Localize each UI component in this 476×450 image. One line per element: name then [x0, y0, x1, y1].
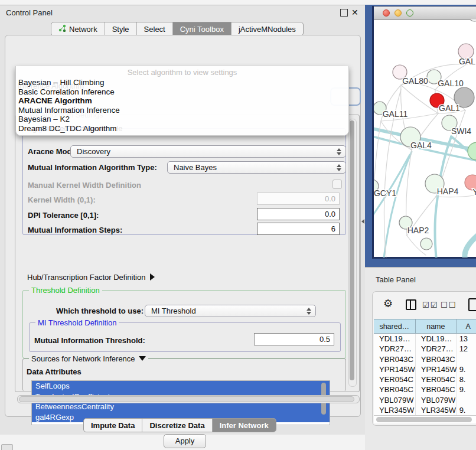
network-canvas[interactable]: GALGAL80GAL10GAL1GAL11SWI4GAL4GCY1HAP4YH…	[374, 19, 476, 257]
table-row[interactable]: YBR045CYBR045C9.	[374, 384, 476, 394]
select-all-icon[interactable]: ☑☑	[422, 301, 438, 309]
attribute-item[interactable]: SelfLoops	[32, 381, 330, 392]
node-table: shared…nameA YDL19…YDL19…13YDR27…YDR27…1…	[374, 319, 476, 417]
algorithm-option[interactable]: ARACNE Algorithm	[16, 96, 348, 106]
column-header[interactable]: name	[416, 319, 457, 333]
zoom-light-icon[interactable]	[406, 9, 413, 17]
table-cell: YDL19…	[374, 334, 416, 344]
node-label: GAL11	[383, 109, 408, 119]
node-label: GAL10	[438, 79, 464, 88]
node-label: GAL1	[439, 103, 460, 113]
table-cell: YPR145W	[416, 364, 457, 374]
table-row[interactable]: YLR345WYLR345W9.	[374, 405, 476, 415]
table-cell: 9.	[457, 384, 476, 394]
table-row[interactable]: YBL079WYBL079W	[374, 395, 476, 405]
table-cell: YER054C	[374, 374, 416, 384]
algorithm-option[interactable]: Basic Correlation Inference	[16, 87, 348, 97]
cyni-bottom-tabs: Impute DataDiscretize DataInfer Network	[83, 418, 276, 432]
table-row[interactable]: YPR145WYPR145W9.	[374, 364, 476, 374]
node-label: HAP4	[437, 187, 459, 196]
dpi-tolerance-input[interactable]: 0.0	[257, 208, 340, 220]
node-label: GAL	[459, 57, 475, 66]
network-node[interactable]	[420, 238, 432, 250]
algorithm-option[interactable]: Dream8 DC_TDC Algorithm	[16, 124, 348, 133]
algorithm-option[interactable]: Bayesian – Hill Climbing	[16, 78, 348, 87]
apply-button[interactable]: Apply	[164, 434, 206, 448]
network-edge	[465, 233, 476, 257]
manual-kernel-width-label: Manual Kernel Width Definition	[28, 181, 141, 190]
tab-select[interactable]: Select	[136, 22, 172, 35]
table-row[interactable]: YDR27…YDR27…12	[374, 344, 476, 354]
node-label: Y	[472, 187, 476, 197]
table-row[interactable]: YER054CYER054C8.	[374, 374, 476, 384]
mi-threshold-label: Mutual Information Threshold:	[34, 336, 145, 345]
tab-network[interactable]: Network	[51, 22, 105, 35]
tab-discretize-data[interactable]: Discretize Data	[142, 419, 211, 432]
corner-widget-icon[interactable]	[1, 444, 13, 450]
tab-label: Style	[112, 25, 129, 34]
table-cell: YER054C	[416, 374, 457, 384]
table-panel-body: ⚙ ☑☑ ☐☐ shared…nameA YDL19…YDL19…13YDR27…	[372, 291, 476, 426]
algorithm-option[interactable]: Bayesian – K2	[16, 115, 348, 124]
table-cell: YBR045C	[374, 384, 416, 394]
kernel-width-input: 0.0	[257, 193, 340, 205]
table-panel: Table Panel ⚙ ☑☑ ☐☐ shared…nameA YDL19…Y…	[365, 267, 476, 450]
tab-cyni-toolbox[interactable]: Cyni Toolbox	[172, 22, 231, 35]
document-icon[interactable]	[468, 298, 476, 311]
which-threshold-select[interactable]: MI Threshold	[145, 305, 316, 317]
table-panel-title: Table Panel	[376, 275, 416, 284]
close-light-icon[interactable]	[383, 9, 390, 17]
table-cell: 8.	[457, 374, 476, 384]
which-threshold-value: MI Threshold	[151, 306, 196, 315]
table-header-row: shared…nameA	[374, 319, 476, 334]
node-label: SWI4	[451, 126, 471, 136]
node-label: GAL4	[410, 141, 432, 150]
split-view-icon[interactable]	[406, 299, 416, 310]
tab-label: Cyni Toolbox	[180, 25, 224, 34]
tab-style[interactable]: Style	[105, 22, 136, 35]
network-edge	[383, 152, 412, 257]
mi-steps-input[interactable]: 6	[257, 223, 340, 235]
node-label: GAL80	[402, 76, 428, 86]
network-window-titlebar[interactable]	[374, 6, 476, 20]
gear-icon[interactable]: ⚙	[383, 297, 393, 309]
sources-group-title[interactable]: Sources for Network Inference	[29, 354, 148, 363]
tab-jactivemnodules[interactable]: jActiveMNodules	[231, 22, 303, 35]
table-row[interactable]: YDL19…YDL19…13	[374, 334, 476, 344]
network-view-window: GALGAL80GAL10GAL1GAL11SWI4GAL4GCY1HAP4YH…	[372, 6, 476, 259]
node-label: GCY1	[374, 188, 396, 198]
table-row[interactable]: YBR043CYBR043C	[374, 354, 476, 364]
network-node[interactable]	[468, 142, 476, 160]
table-cell: YLR345W	[374, 405, 416, 415]
tab-infer-network[interactable]: Infer Network	[212, 419, 276, 432]
mi-threshold-group-title: MI Threshold Definition	[35, 318, 119, 327]
settings-hscrollbar[interactable]	[17, 395, 360, 403]
hub-definition-label: Hub/Transcription Factor Definition	[27, 273, 145, 282]
aracne-mode-value: Discovery	[77, 147, 110, 156]
mi-threshold-input[interactable]: 0.5	[254, 333, 334, 345]
kernel-width-label: Kernel Width (0,1):	[28, 195, 96, 204]
panel-collapse-arrow-icon[interactable]	[361, 219, 364, 224]
table-cell: YPR145W	[374, 364, 416, 374]
column-header[interactable]: shared…	[374, 319, 416, 333]
tab-impute-data[interactable]: Impute Data	[84, 419, 142, 432]
node-label: HAP2	[407, 226, 429, 235]
mi-algorithm-type-select[interactable]: Naive Bayes	[167, 161, 346, 174]
table-hscrollbar[interactable]	[374, 415, 476, 423]
algorithm-definition-group: Algorithm Definition Aracne Mode: Discov…	[22, 128, 346, 235]
float-window-icon[interactable]	[340, 9, 348, 17]
deselect-all-icon[interactable]: ☐☐	[441, 301, 457, 309]
algorithm-option[interactable]: Mutual Information Inference	[16, 106, 348, 115]
mi-algorithm-type-label: Mutual Information Algorithm Type:	[28, 163, 157, 172]
hub-definition-expander[interactable]: Hub/Transcription Factor Definition	[27, 273, 155, 282]
algorithm-dropdown[interactable]: Select algorithm to view settings Bayesi…	[15, 66, 349, 136]
network-node[interactable]	[468, 19, 476, 21]
table-cell: 9.	[457, 364, 476, 374]
collapse-down-icon	[139, 356, 146, 361]
aracne-mode-select[interactable]: Discovery	[70, 145, 346, 158]
settings-scrollbar[interactable]	[348, 119, 357, 387]
column-header[interactable]: A	[457, 319, 476, 333]
manual-kernel-width-checkbox[interactable]	[332, 180, 342, 189]
close-icon[interactable]: ✕	[351, 8, 358, 17]
minimize-light-icon[interactable]	[395, 9, 402, 17]
